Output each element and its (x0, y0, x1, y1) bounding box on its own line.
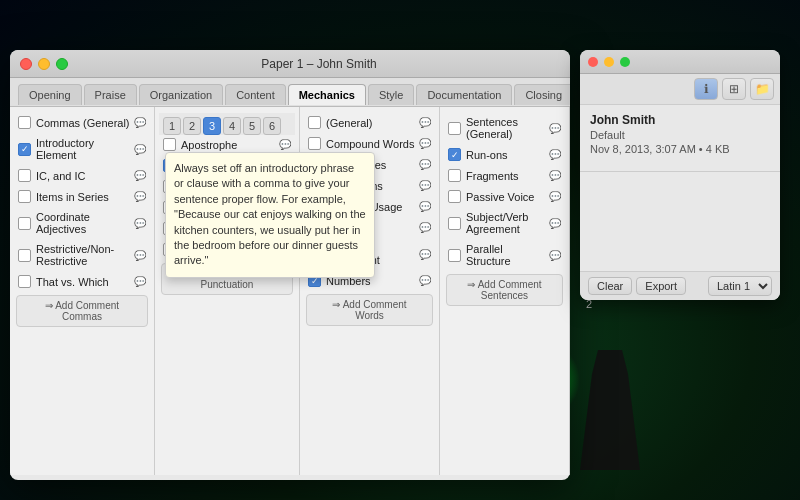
apostrophe-checkbox[interactable] (163, 138, 176, 151)
sub-tabs: 1 2 3 4 5 6 (159, 113, 295, 135)
traffic-lights (20, 58, 68, 70)
comment-icon[interactable]: 💬 (419, 275, 431, 286)
items-in-series-checkbox[interactable] (18, 190, 31, 203)
sentences-general-checkbox[interactable] (448, 122, 461, 135)
export-button[interactable]: Export (636, 277, 686, 295)
tab-closing[interactable]: Closing (514, 84, 570, 105)
introductory-element-checkbox[interactable] (18, 143, 31, 156)
sub-tab-2[interactable]: 2 (183, 117, 201, 135)
that-vs-which-label: That vs. Which (36, 276, 132, 288)
comment-icon[interactable]: 💬 (134, 144, 146, 155)
student-date: Nov 8, 2013, 3:07 AM • 4 KB (590, 143, 770, 155)
comment-icon[interactable]: 💬 (549, 191, 561, 202)
that-vs-which-checkbox[interactable] (18, 275, 31, 288)
comment-icon[interactable]: 💬 (419, 117, 431, 128)
comment-icon[interactable]: 💬 (419, 222, 431, 233)
comment-icon[interactable]: 💬 (279, 139, 291, 150)
ic-and-ic-label: IC, and IC (36, 170, 132, 182)
compound-words-label: Compound Words (326, 138, 417, 150)
list-item: Introductory Element 💬 (14, 134, 150, 164)
comment-icon[interactable]: 💬 (419, 180, 431, 191)
comment-icon[interactable]: 💬 (549, 123, 561, 134)
general-checkbox[interactable] (308, 116, 321, 129)
grid-icon-button[interactable]: ⊞ (722, 78, 746, 100)
list-item: Run-ons 💬 (444, 145, 565, 164)
info-divider (580, 171, 780, 172)
coord-adj-checkbox[interactable] (18, 217, 31, 230)
date-value: Nov 8, 2013, 3:07 AM (590, 143, 696, 155)
comment-icon[interactable]: 💬 (419, 138, 431, 149)
comment-icon[interactable]: 💬 (549, 250, 561, 261)
add-comment-sentences-button[interactable]: ⇒ Add CommentSentences (446, 274, 563, 306)
maximize-button[interactable] (56, 58, 68, 70)
comment-icon[interactable]: 💬 (134, 170, 146, 181)
parallel-structure-checkbox[interactable] (448, 249, 461, 262)
sub-tab-3[interactable]: 3 (203, 117, 221, 135)
introductory-element-label: Introductory Element (36, 137, 132, 161)
size-separator: • (699, 143, 706, 155)
info-bottom: Clear Export Latin 1 Latin 2 UTF-8 (580, 271, 780, 300)
tab-organization[interactable]: Organization (139, 84, 223, 105)
close-button[interactable] (20, 58, 32, 70)
tab-mechanics[interactable]: Mechanics (288, 84, 366, 105)
sub-tab-6[interactable]: 6 (263, 117, 281, 135)
list-item: That vs. Which 💬 (14, 272, 150, 291)
sub-tab-4[interactable]: 4 (223, 117, 241, 135)
sub-tab-5[interactable]: 5 (243, 117, 261, 135)
passive-voice-checkbox[interactable] (448, 190, 461, 203)
main-window: Paper 1 – John Smith Opening Praise Orga… (10, 50, 570, 480)
info-minimize-button[interactable] (604, 57, 614, 67)
comment-icon[interactable]: 💬 (549, 149, 561, 160)
general-label: (General) (326, 117, 417, 129)
comment-icon[interactable]: 💬 (134, 276, 146, 287)
tab-style[interactable]: Style (368, 84, 414, 105)
clear-button[interactable]: Clear (588, 277, 632, 295)
restrictive-checkbox[interactable] (18, 249, 31, 262)
minimize-button[interactable] (38, 58, 50, 70)
compound-words-checkbox[interactable] (308, 137, 321, 150)
add-comment-words-button[interactable]: ⇒ Add CommentWords (306, 294, 433, 326)
tab-documentation[interactable]: Documentation (416, 84, 512, 105)
comment-icon[interactable]: 💬 (419, 249, 431, 260)
fragments-label: Fragments (466, 170, 547, 182)
size-value: 4 KB (706, 143, 730, 155)
tooltip-box: Always set off an introductory phrase or… (165, 152, 375, 278)
run-ons-checkbox[interactable] (448, 148, 461, 161)
tab-praise[interactable]: Praise (84, 84, 137, 105)
info-maximize-button[interactable] (620, 57, 630, 67)
info-close-button[interactable] (588, 57, 598, 67)
tab-content[interactable]: Content (225, 84, 286, 105)
comment-icon[interactable]: 💬 (419, 159, 431, 170)
info-titlebar (580, 50, 780, 74)
info-icon-button[interactable]: ℹ (694, 78, 718, 100)
language-select[interactable]: Latin 1 Latin 2 UTF-8 (708, 276, 772, 296)
comment-icon[interactable]: 💬 (134, 191, 146, 202)
comment-icon[interactable]: 💬 (549, 170, 561, 181)
add-comment-commas-button[interactable]: ⇒ Add CommentCommas (16, 295, 148, 327)
list-item: Passive Voice 💬 (444, 187, 565, 206)
tabs-bar: Opening Praise Organization Content Mech… (10, 78, 570, 107)
subject-verb-checkbox[interactable] (448, 217, 461, 230)
list-item: Parallel Structure 💬 (444, 240, 565, 270)
sub-tab-1[interactable]: 1 (163, 117, 181, 135)
comment-icon[interactable]: 💬 (419, 201, 431, 212)
comment-icon[interactable]: 💬 (134, 117, 146, 128)
student-group: Default (590, 129, 770, 141)
fragments-checkbox[interactable] (448, 169, 461, 182)
col-commas: Commas (General) 💬 Introductory Element … (10, 107, 155, 475)
window-title: Paper 1 – John Smith (78, 57, 560, 71)
list-item: Compound Words 💬 (304, 134, 435, 153)
tab-opening[interactable]: Opening (18, 84, 82, 105)
list-item: Fragments 💬 (444, 166, 565, 185)
folder-icon-button[interactable]: 📁 (750, 78, 774, 100)
comment-icon[interactable]: 💬 (549, 218, 561, 229)
comment-icon[interactable]: 💬 (134, 250, 146, 261)
commas-general-checkbox[interactable] (18, 116, 31, 129)
info-content: John Smith Default Nov 8, 2013, 3:07 AM … (580, 105, 780, 165)
ic-and-ic-checkbox[interactable] (18, 169, 31, 182)
comment-icon[interactable]: 💬 (134, 218, 146, 229)
sentences-general-label: Sentences (General) (466, 116, 547, 140)
subject-verb-label: Subject/Verb Agreement (466, 211, 547, 235)
bg-figure (580, 350, 640, 470)
student-name: John Smith (590, 113, 770, 127)
